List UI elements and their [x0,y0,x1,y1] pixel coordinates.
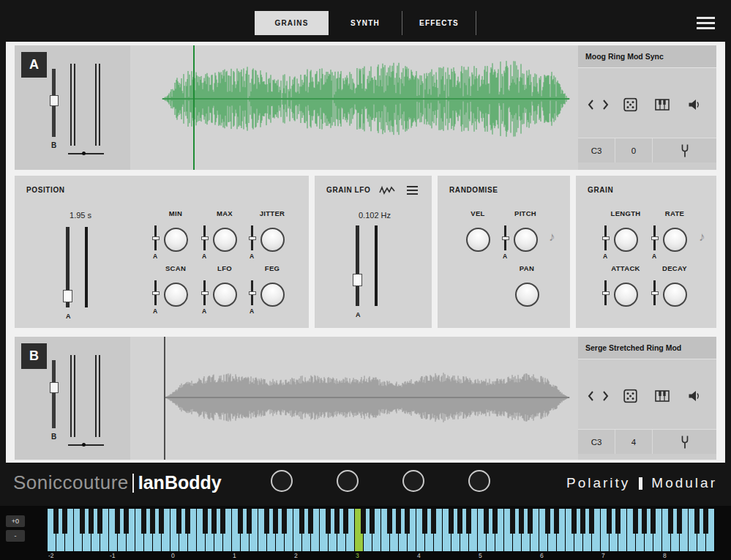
transpose-display-button[interactable]: +0 [6,515,25,527]
piano-key-black[interactable] [97,509,102,534]
piano-key-black[interactable] [571,509,577,534]
macro-knob-2[interactable] [337,470,359,492]
piano-key-black[interactable] [299,509,304,534]
layer-a-level-slider-1[interactable] [70,64,75,146]
piano-key-black[interactable] [396,509,401,534]
piano-key-black[interactable] [651,509,656,534]
piano-key-black[interactable] [247,509,252,534]
layer-b-tune-value[interactable]: 4 [615,430,653,454]
piano-key-black[interactable] [668,509,673,534]
prev-preset-icon[interactable] [588,391,594,402]
piano-key-black[interactable] [580,509,585,534]
dice-random-icon[interactable] [623,98,637,112]
fade-slider-handle[interactable] [50,382,59,393]
piano-key-black[interactable] [633,509,638,534]
length-knob[interactable] [614,228,638,252]
macro-knob-4[interactable] [468,470,490,492]
dice-random-icon[interactable] [623,389,637,403]
piano-key-black[interactable] [115,509,120,534]
piano-key-black[interactable] [211,509,217,534]
piano-key-black[interactable] [62,509,67,534]
pitch-note-sync-icon[interactable]: ♪ [549,230,555,244]
grain-lfo-slider-track[interactable] [356,225,359,306]
lfo-knob[interactable] [213,283,237,307]
hamburger-menu-icon[interactable] [697,17,715,30]
decay-knob[interactable] [663,283,687,307]
next-preset-icon[interactable] [602,391,609,402]
lfo-waveform-icon[interactable] [379,184,395,196]
lfo-mod-slider[interactable]: A [200,280,209,315]
tab-effects[interactable]: EFFECTS [402,11,476,35]
layer-b-root-key[interactable]: C3 [578,430,615,454]
piano-key-black[interactable] [466,509,471,534]
tuning-fork-icon[interactable] [653,430,716,454]
piano-key-black[interactable] [677,509,682,534]
decay-mod-slider[interactable] [650,280,659,305]
max-knob[interactable] [213,228,237,252]
scan-knob[interactable] [164,283,188,307]
speaker-audition-icon[interactable] [688,99,700,111]
tab-grains[interactable]: GRAINS [255,11,329,35]
attack-knob[interactable] [614,283,638,307]
piano-key-black[interactable] [150,509,155,534]
piano-key-black[interactable] [203,509,208,534]
grain-lfo-slider[interactable]: A [356,225,378,306]
attack-mod-slider[interactable] [601,280,610,305]
fade-slider-handle[interactable] [50,95,59,106]
lfo-menu-icon[interactable] [407,186,418,195]
max-mod-slider[interactable]: A [200,225,209,260]
position-slider-handle[interactable] [63,290,72,302]
piano-key-black[interactable] [387,509,392,534]
pan-knob[interactable] [515,283,539,307]
piano-key-black[interactable] [238,509,243,534]
vel-knob[interactable] [466,228,490,252]
piano-key-black[interactable] [703,509,708,534]
pitch-knob[interactable] [514,228,538,252]
pitch-mod-slider[interactable]: A [501,225,509,260]
piano-key-black[interactable] [519,509,524,534]
piano-key-black[interactable] [405,509,410,534]
piano-key-black[interactable] [53,509,59,534]
piano-key-black[interactable] [80,509,85,534]
piano-key-black[interactable] [361,509,366,534]
macro-knob-1[interactable] [271,470,293,492]
piano-key-black[interactable] [220,509,225,534]
piano-key-black[interactable] [484,509,489,534]
jitter-mod-slider[interactable]: A [247,225,256,260]
jitter-knob[interactable] [260,228,285,252]
layer-a-tune-value[interactable]: 0 [615,138,653,163]
piano-key-black[interactable] [273,509,278,534]
tab-synth[interactable]: SYNTH [329,11,402,35]
piano-key-black[interactable] [264,509,269,534]
next-preset-icon[interactable] [602,100,609,111]
feg-mod-slider[interactable]: A [247,280,256,315]
transpose-minus-button[interactable]: - [6,530,25,542]
piano-key-black[interactable] [589,509,594,534]
layer-b-waveform-display[interactable] [130,337,578,460]
speaker-audition-icon[interactable] [688,390,700,403]
layer-a-pan-slider[interactable] [68,153,104,154]
piano-key-black[interactable] [159,509,164,534]
piano-key-black[interactable] [607,509,612,534]
layer-a-fade-slider[interactable] [52,69,56,137]
piano-key-black[interactable] [185,509,190,534]
rate-note-sync-icon[interactable]: ♪ [699,230,705,244]
piano-key-black[interactable] [431,509,436,534]
piano-key-black[interactable] [449,509,454,534]
layer-a-preset-selector[interactable]: Moog Ring Mod Sync [578,45,716,68]
piano-key-black[interactable] [510,509,515,534]
min-knob[interactable] [164,228,188,252]
layer-b-pan-slider[interactable] [68,444,104,446]
piano-key-black[interactable] [528,509,533,534]
length-mod-slider[interactable]: A [601,225,610,260]
piano-key-black[interactable] [370,509,375,534]
grain-lfo-slider-handle[interactable] [353,274,362,286]
layer-b-level-slider-2[interactable] [95,355,100,437]
keyboard-map-icon[interactable] [655,390,670,402]
position-slider-track[interactable] [66,227,70,307]
scan-mod-slider[interactable]: A [151,280,160,315]
piano-key-black[interactable] [141,509,146,534]
position-slider[interactable]: A [66,227,88,307]
keyboard-map-icon[interactable] [655,99,670,111]
tuning-fork-icon[interactable] [653,138,716,163]
